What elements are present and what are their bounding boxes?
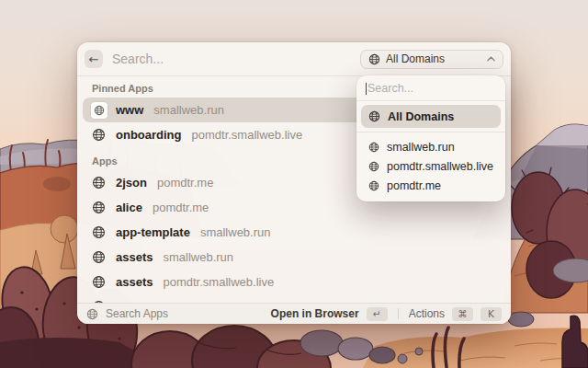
app-name: onboarding	[116, 128, 182, 142]
dropdown-search-input[interactable]	[368, 82, 496, 95]
dropdown-search	[356, 75, 505, 100]
list-item-app-template[interactable]: app-template smallweb.run	[83, 220, 505, 245]
globe-icon	[92, 225, 106, 239]
list-item-assets-1[interactable]: assets smallweb.run	[83, 245, 505, 270]
globe-icon	[92, 275, 106, 289]
text-cursor	[366, 83, 367, 95]
globe-icon	[94, 105, 105, 116]
palette-footer: Search Apps Open in Browser ↵ Actions ⌘ …	[77, 303, 511, 324]
app-name: assets	[116, 250, 153, 264]
dropdown-option-label: smallweb.run	[387, 141, 455, 154]
globe-icon	[92, 128, 106, 142]
footer-context-label: Search Apps	[106, 307, 168, 320]
globe-icon	[368, 142, 379, 153]
globe-icon	[368, 161, 379, 172]
app-domain: pomdtr.smallweb.live	[163, 275, 274, 289]
app-name: 2json	[116, 176, 147, 190]
globe-icon	[368, 180, 379, 191]
app-domain: pomdtr.smallweb.live	[192, 128, 303, 142]
domain-filter-label: All Domains	[386, 52, 481, 65]
dropdown-option-smallweb-run[interactable]: smallweb.run	[361, 137, 501, 156]
footer-divider	[398, 308, 399, 319]
globe-icon	[368, 53, 380, 65]
dropdown-option-pomdtr-me[interactable]: pomdtr.me	[361, 176, 501, 195]
app-name: assets	[116, 275, 153, 289]
cmd-key-badge: ⌘	[452, 307, 473, 321]
globe-icon	[92, 250, 106, 264]
dropdown-divider	[356, 100, 505, 101]
dropdown-option-label: pomdtr.me	[387, 179, 441, 192]
domain-filter-button[interactable]: All Domains	[360, 50, 503, 69]
app-domain: pomdtr.me	[157, 176, 213, 190]
globe-icon	[92, 176, 106, 190]
globe-icon	[92, 201, 106, 214]
list-item-astro-demo[interactable]: astro-demo smallweb.run	[83, 294, 505, 303]
dropdown-option-all-domains[interactable]: All Domains	[361, 105, 501, 128]
domain-dropdown-panel: All Domains smallweb.run pomdtr.smallweb…	[356, 75, 505, 201]
k-key-badge: K	[481, 307, 502, 321]
dropdown-option-label: All Domains	[388, 110, 454, 123]
app-name: alice	[116, 201, 142, 214]
globe-icon	[86, 308, 98, 320]
globe-icon	[368, 110, 380, 122]
app-domain: pomdtr.me	[153, 201, 209, 214]
app-domain: smallweb.run	[153, 103, 224, 117]
back-button[interactable]: ←	[85, 50, 103, 68]
open-in-browser-button[interactable]: Open in Browser	[271, 307, 359, 320]
search-input[interactable]	[112, 52, 351, 66]
dropdown-option-label: pomdtr.smallweb.live	[387, 160, 493, 173]
favicon-tile	[91, 102, 107, 119]
return-key-badge: ↵	[367, 307, 388, 321]
app-name: www	[116, 103, 143, 117]
app-name: app-template	[116, 225, 190, 239]
app-domain: smallweb.run	[163, 250, 233, 264]
chevron-up-icon	[487, 56, 495, 62]
dropdown-option-pomdtr-smallweb-live[interactable]: pomdtr.smallweb.live	[361, 156, 501, 176]
palette-header: ← All Domains	[77, 42, 511, 76]
dropdown-options: smallweb.run pomdtr.smallweb.live pomdtr…	[356, 132, 505, 198]
list-item-assets-2[interactable]: assets pomdtr.smallweb.live	[83, 270, 505, 294]
app-domain: smallweb.run	[200, 225, 271, 239]
actions-button[interactable]: Actions	[409, 307, 445, 320]
